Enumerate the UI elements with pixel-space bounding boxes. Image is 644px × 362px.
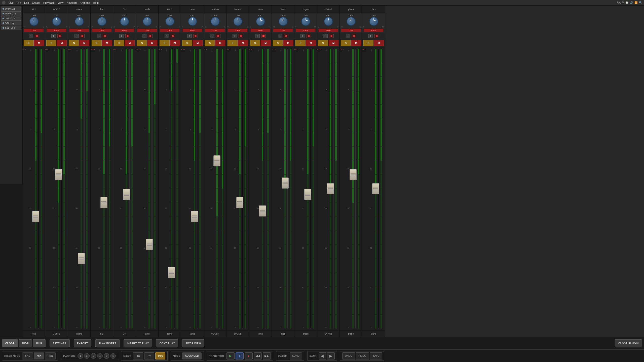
mute-button-15[interactable]: M: [374, 40, 384, 46]
menu-file[interactable]: File: [17, 1, 21, 4]
record-button[interactable]: ●: [245, 352, 253, 359]
sidebar-item-1[interactable]: UADx...ssr: [1, 11, 21, 16]
solo-button-7[interactable]: S: [182, 40, 192, 46]
stop-button[interactable]: ■: [236, 352, 244, 359]
off-button-3[interactable]: OFF: [92, 29, 111, 32]
fader-handle-5[interactable]: [146, 239, 153, 250]
plus-button-8[interactable]: +: [210, 34, 214, 38]
mute-button-3[interactable]: M: [102, 40, 112, 46]
menu-edit[interactable]: Edit: [24, 1, 29, 4]
fader-handle-3[interactable]: [100, 197, 107, 208]
pan-knob-14[interactable]: [347, 17, 356, 26]
plus-button-6[interactable]: +: [165, 34, 169, 38]
pan-knob-13[interactable]: [324, 17, 333, 26]
rec-button-6[interactable]: [171, 34, 175, 38]
off-button-7[interactable]: OFF: [183, 29, 202, 32]
plus-button-1[interactable]: +: [51, 34, 56, 38]
mute-button-10[interactable]: M: [261, 40, 271, 46]
plus-button-14[interactable]: +: [346, 34, 350, 38]
marker-6[interactable]: 6: [110, 353, 116, 359]
solo-button-5[interactable]: S: [137, 40, 147, 46]
mute-button-4[interactable]: M: [125, 40, 135, 46]
menu-create[interactable]: Create: [32, 1, 40, 4]
close-button[interactable]: CLOSE: [2, 339, 18, 347]
solo-button-10[interactable]: S: [250, 40, 260, 46]
rec-button-14[interactable]: [352, 34, 356, 38]
redo-button[interactable]: REDO: [356, 352, 369, 359]
rec-button-10[interactable]: [261, 34, 266, 38]
export-button[interactable]: EXPORT: [74, 339, 91, 347]
rec-button-15[interactable]: [374, 34, 379, 38]
plus-button-4[interactable]: +: [119, 34, 124, 38]
hide-button[interactable]: HIDE: [19, 339, 32, 347]
off-button-14[interactable]: OFF: [341, 29, 361, 32]
advanced-button[interactable]: ADVANCED: [182, 352, 202, 359]
pan-knob-4[interactable]: [120, 17, 129, 26]
menu-view[interactable]: View: [58, 1, 64, 4]
mute-button-6[interactable]: M: [170, 40, 180, 46]
pan-knob-6[interactable]: [165, 17, 174, 26]
solo-button-12[interactable]: S: [295, 40, 306, 46]
fader-handle-1[interactable]: [55, 169, 62, 180]
pan-knob-2[interactable]: [75, 17, 84, 26]
marker-3[interactable]: 3: [91, 353, 96, 359]
pan-knob-10[interactable]: [256, 17, 265, 26]
solo-button-6[interactable]: S: [160, 40, 170, 46]
load-button[interactable]: LOAD: [290, 352, 302, 359]
mute-button-14[interactable]: M: [351, 40, 361, 46]
pan-knob-7[interactable]: [188, 17, 197, 26]
play-insert-button[interactable]: PLAY INSERT: [95, 339, 120, 347]
sidebar-item-2[interactable]: SSL ...p 2: [1, 16, 21, 21]
solo-button-14[interactable]: S: [341, 40, 351, 46]
cont-play-button[interactable]: CONT PLAY: [156, 339, 178, 347]
marker-2[interactable]: 2: [84, 353, 90, 359]
sidebar-item-0[interactable]: UADx...trp: [1, 7, 21, 11]
fader-handle-9[interactable]: [236, 197, 243, 208]
fader-handle-8[interactable]: [213, 155, 220, 166]
solo-button-11[interactable]: S: [273, 40, 283, 46]
menu-playback[interactable]: Playback: [43, 1, 55, 4]
mute-button-9[interactable]: M: [238, 40, 248, 46]
pan-knob-0[interactable]: [29, 17, 39, 26]
mix-button[interactable]: MIX: [34, 352, 44, 359]
mute-button-12[interactable]: M: [306, 40, 316, 46]
fader-handle-13[interactable]: [327, 183, 334, 194]
solo-button-15[interactable]: S: [363, 40, 373, 46]
off-button-8[interactable]: OFF: [205, 29, 225, 32]
plus-button-15[interactable]: +: [368, 34, 373, 38]
off-button-0[interactable]: OFF: [24, 29, 44, 32]
menu-live[interactable]: Live: [9, 1, 14, 4]
bank-next[interactable]: ▶: [327, 352, 335, 359]
rec-button-4[interactable]: [125, 34, 130, 38]
mute-button-7[interactable]: M: [193, 40, 203, 46]
rec-button-3[interactable]: [103, 34, 107, 38]
mute-button-11[interactable]: M: [283, 40, 293, 46]
rewind-button[interactable]: ◀◀: [254, 352, 262, 359]
fastforward-button[interactable]: ▶▶: [263, 352, 271, 359]
mixer-ins[interactable]: INS: [155, 352, 165, 359]
off-button-9[interactable]: OFF: [228, 29, 247, 32]
menu-navigate[interactable]: Navigate: [66, 1, 77, 4]
pan-knob-1[interactable]: [52, 17, 61, 26]
solo-button-13[interactable]: S: [318, 40, 328, 46]
mute-button-2[interactable]: M: [80, 40, 90, 46]
play-button[interactable]: ▶: [226, 352, 235, 359]
menu-help[interactable]: Help: [93, 1, 99, 4]
solo-button-4[interactable]: S: [114, 40, 124, 46]
fader-handle-4[interactable]: [123, 189, 130, 200]
fader-handle-6[interactable]: [168, 267, 175, 278]
plus-button-3[interactable]: +: [97, 34, 101, 38]
mute-button-0[interactable]: M: [34, 40, 44, 46]
mixer-32[interactable]: 32: [144, 352, 154, 359]
pan-knob-5[interactable]: [143, 17, 152, 26]
solo-button-0[interactable]: S: [24, 40, 34, 46]
plus-button-13[interactable]: +: [323, 34, 328, 38]
fader-handle-12[interactable]: [304, 189, 311, 200]
off-button-12[interactable]: OFF: [296, 29, 315, 32]
solo-button-9[interactable]: S: [228, 40, 238, 46]
snd-button[interactable]: SND: [22, 352, 33, 359]
undo-button[interactable]: UNDO: [342, 352, 355, 359]
plus-button-0[interactable]: +: [29, 34, 33, 38]
plus-button-7[interactable]: +: [187, 34, 192, 38]
off-button-15[interactable]: OFF: [364, 29, 383, 32]
